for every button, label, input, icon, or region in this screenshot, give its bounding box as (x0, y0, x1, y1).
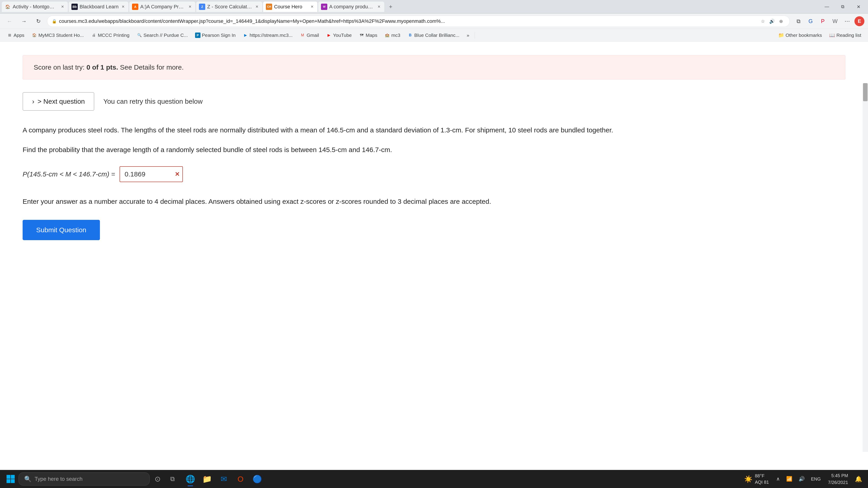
back-button[interactable]: ← (4, 15, 16, 27)
tab-zscore-label: Z - Score Calculator that sh... (207, 4, 252, 10)
minimize-button[interactable]: — (819, 2, 835, 12)
bookmark-mymc3-favicon: 🏠 (32, 33, 37, 38)
wordtune-icon[interactable]: W (829, 15, 841, 27)
tab-company2-close[interactable]: ✕ (376, 4, 381, 9)
bookmark-maps[interactable]: 🗺 Maps (356, 31, 380, 39)
instructions-text: Enter your answer as a number accurate t… (23, 196, 845, 207)
reading-list-label: Reading list (836, 33, 861, 38)
profile-button[interactable]: E (855, 16, 864, 26)
reading-list-button[interactable]: 📖 Reading list (826, 31, 864, 39)
bookmark-youtube-favicon: ▶ (326, 33, 332, 38)
other-bookmarks-button[interactable]: 📁 Other bookmarks (775, 31, 825, 39)
address-icons: ☆ 🔊 ⊕ (759, 17, 785, 25)
chevron-right-icon: › (32, 98, 34, 105)
close-button[interactable]: ✕ (851, 2, 866, 12)
forward-button[interactable]: → (18, 15, 30, 27)
bookmark-mc3-favicon: 🏫 (384, 33, 390, 38)
tab-coursehero-close[interactable]: ✕ (309, 4, 315, 9)
bookmark-apps[interactable]: ⊞ Apps (4, 31, 28, 39)
bookmark-gmail-favicon: M (300, 33, 305, 38)
next-question-row: › > Next question You can retry this que… (23, 92, 845, 111)
tab-activity[interactable]: 🏠 Activity - Montgomery Cou... ✕ (2, 2, 68, 12)
retry-text: You can retry this question below (103, 98, 203, 105)
restore-button[interactable]: ⧉ (835, 2, 850, 12)
bookmarks-right: 📁 Other bookmarks 📖 Reading list (775, 31, 864, 39)
scrollbar-thumb[interactable] (863, 83, 868, 101)
answer-row: P(145.5-cm < M < 146.7-cm) = ✕ (23, 166, 845, 182)
bookmark-bluecollar[interactable]: B Blue Collar Brillianc... (404, 31, 463, 39)
bookmark-gmail-label: Gmail (307, 33, 319, 38)
bookmark-youtube[interactable]: ▶ YouTube (323, 31, 355, 39)
tab-coursehero[interactable]: CH Course Hero ✕ (263, 2, 317, 12)
settings-button[interactable]: ⋯ (841, 15, 853, 27)
bookmark-pearson[interactable]: P Pearson Sign In (192, 31, 239, 39)
tab-activity-favicon: 🏠 (4, 4, 11, 10)
folder-icon: 📁 (778, 33, 784, 38)
bookmark-bluecollar-label: Blue Collar Brillianc... (414, 33, 460, 38)
address-bar: ← → ↻ 🔒 courses.mc3.edu/webapps/blackboa… (0, 13, 868, 29)
tab-company1-close[interactable]: ✕ (187, 4, 193, 9)
tab-company1-label: A:)A Company Produces St... (140, 4, 185, 10)
tab-blackboard-label: Blackboard Learn (80, 4, 119, 10)
grammarly-icon[interactable]: G (805, 15, 816, 27)
toolbar-icons: ⧉ G P W ⋯ E (793, 15, 864, 27)
bookmark-mc3[interactable]: 🏫 mc3 (381, 31, 403, 39)
extensions-button[interactable]: ⧉ (793, 15, 804, 27)
pinterest-icon[interactable]: P (817, 15, 829, 27)
score-suffix: See Details for more. (118, 64, 184, 71)
reading-list-icon: 📖 (829, 33, 835, 38)
tab-blackboard[interactable]: Bb Blackboard Learn ✕ (69, 2, 128, 12)
tab-company2[interactable]: W A company produces steel... ✕ (318, 2, 384, 12)
bookmark-gmail[interactable]: M Gmail (297, 31, 322, 39)
answer-input[interactable] (120, 166, 183, 182)
tab-activity-label: Activity - Montgomery Cou... (13, 4, 58, 10)
problem-paragraph-1: A company produces steel rods. The lengt… (23, 124, 845, 136)
refresh-button[interactable]: ↻ (33, 15, 44, 27)
tab-company2-label: A company produces steel... (329, 4, 374, 10)
tab-blackboard-favicon: Bb (71, 4, 78, 10)
score-prefix: Score on last try: (34, 64, 86, 71)
problem-paragraph-2: Find the probability that the average le… (23, 144, 845, 156)
answer-clear-button[interactable]: ✕ (175, 171, 180, 178)
tab-zscore[interactable]: Z Z - Score Calculator that sh... ✕ (196, 2, 262, 12)
scrollbar-track[interactable] (863, 83, 868, 452)
browser-window: 🏠 Activity - Montgomery Cou... ✕ Bb Blac… (0, 0, 868, 470)
bookmark-purdue-label: Search // Purdue C... (144, 33, 188, 38)
bookmark-purdue[interactable]: 🔍 Search // Purdue C... (133, 31, 191, 39)
bookmark-pearson-favicon: P (195, 33, 200, 38)
read-aloud-icon[interactable]: 🔊 (768, 17, 776, 25)
tab-activity-close[interactable]: ✕ (60, 4, 65, 9)
bookmark-mc3-label: mc3 (391, 33, 400, 38)
bookmark-printing-favicon: 🖨 (91, 33, 96, 38)
bookmark-pearson-label: Pearson Sign In (202, 33, 236, 38)
bookmarks-bar: ⊞ Apps 🏠 MyMC3 Student Ho... 🖨 MCCC Prin… (0, 29, 868, 41)
score-value: 0 of 1 pts. (86, 64, 118, 71)
bookmark-star-icon[interactable]: ☆ (759, 17, 767, 25)
bookmark-maps-favicon: 🗺 (359, 33, 364, 38)
title-bar: 🏠 Activity - Montgomery Cou... ✕ Bb Blac… (0, 0, 868, 13)
next-question-label: > Next question (37, 98, 85, 105)
answer-label: P(145.5-cm < M < 146.7-cm) = (23, 170, 115, 178)
bookmark-printing[interactable]: 🖨 MCCC Printing (88, 31, 133, 39)
other-bookmarks-label: Other bookmarks (785, 33, 822, 38)
tab-zscore-close[interactable]: ✕ (254, 4, 259, 9)
bookmark-apps-label: Apps (13, 33, 24, 38)
next-question-button[interactable]: › > Next question (23, 92, 94, 111)
bookmarks-more-button[interactable]: » (463, 31, 472, 39)
extensions-icon[interactable]: ⊕ (777, 17, 785, 25)
address-field[interactable]: 🔒 courses.mc3.edu/webapps/blackboard/con… (47, 15, 790, 27)
page-content: Score on last try: 0 of 1 pts. See Detai… (0, 41, 868, 254)
submit-question-button[interactable]: Submit Question (23, 220, 100, 240)
answer-input-wrap: ✕ (120, 166, 183, 182)
tab-company1[interactable]: A A:)A Company Produces St... ✕ (129, 2, 195, 12)
new-tab-button[interactable]: + (385, 1, 396, 12)
bookmark-mymc3[interactable]: 🏠 MyMC3 Student Ho... (29, 31, 87, 39)
tab-coursehero-favicon: CH (266, 4, 272, 10)
score-banner: Score on last try: 0 of 1 pts. See Detai… (23, 55, 845, 79)
bookmark-bluecollar-favicon: B (408, 33, 413, 38)
bookmark-printing-label: MCCC Printing (98, 33, 129, 38)
bookmark-mymc3-label: MyMC3 Student Ho... (38, 33, 84, 38)
tab-blackboard-close[interactable]: ✕ (120, 4, 126, 9)
address-url: courses.mc3.edu/webapps/blackboard/conte… (59, 18, 756, 24)
bookmark-stream[interactable]: ▶ https://stream.mc3... (240, 31, 296, 39)
